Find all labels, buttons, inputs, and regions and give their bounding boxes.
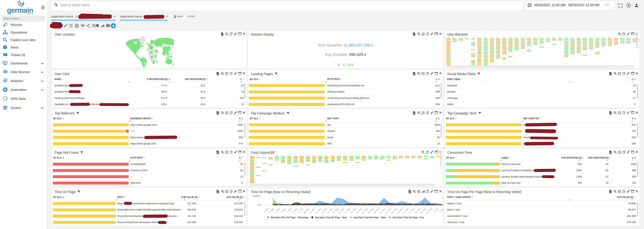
svg-text:CSV: CSV — [221, 34, 224, 35]
svg-text:CSV: CSV — [413, 34, 416, 35]
svg-text:CSV: CSV — [217, 113, 219, 114]
svg-text:CSV: CSV — [413, 113, 416, 114]
svg-text:CSV: CSV — [413, 73, 416, 74]
svg-text:CSV: CSV — [217, 152, 219, 153]
svg-text:CSV: CSV — [610, 191, 612, 193]
svg-text:CSV: CSV — [610, 152, 612, 153]
svg-text:CSV: CSV — [217, 73, 219, 74]
svg-text:CSV: CSV — [610, 73, 612, 74]
svg-text:CSV: CSV — [217, 191, 219, 193]
svg-text:CSV: CSV — [610, 113, 612, 114]
